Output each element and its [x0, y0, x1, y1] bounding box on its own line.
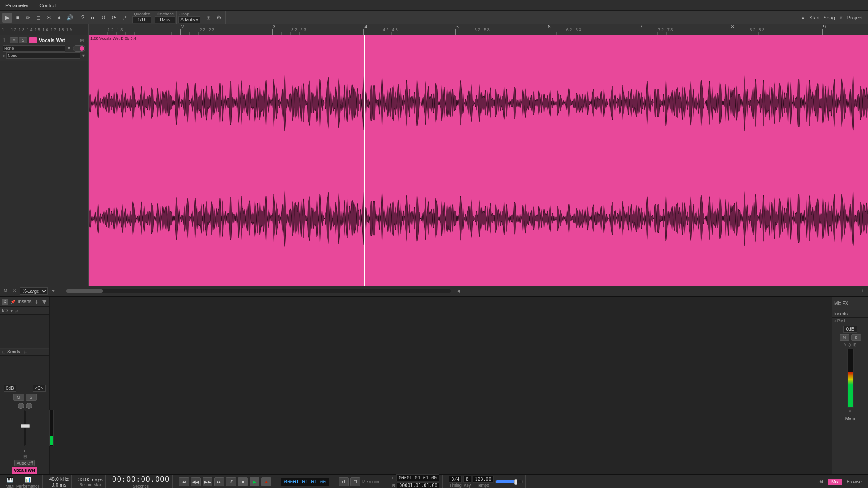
loop-btn[interactable]: ↺ [99, 13, 108, 23]
bottom-bar: 🎹 MIDI 📊 Performance 48.0 kHz 0.0 ms 33:… [0, 474, 868, 488]
zoom-select[interactable]: X-Large [20, 287, 48, 295]
right-bottom-arrows[interactable]: ▼ [849, 409, 852, 413]
select-tool-btn[interactable]: ▶ [2, 13, 12, 23]
tempo-value[interactable]: 128.00 [473, 476, 494, 483]
transport-record-btn[interactable]: ● [261, 477, 271, 486]
pencil-tool-btn[interactable]: ✏ [23, 13, 33, 23]
midi-icon[interactable]: 🎹 [5, 475, 14, 484]
channel-icon[interactable]: ⊞ [23, 454, 27, 459]
inserts-panel [0, 315, 49, 348]
zoom-plus-btn[interactable]: + [859, 287, 866, 295]
position-section: 00001.01.01.00 [278, 475, 332, 488]
scroll-left-btn[interactable]: ◀ [455, 287, 462, 295]
post-label: ○ Post [832, 318, 868, 324]
waveform-clip[interactable]: 1:28 Vocals Wet B 0b 3.4 [89, 35, 868, 286]
edit-tab[interactable]: Edit [812, 479, 827, 485]
snap-value[interactable]: Adaptive [178, 16, 200, 23]
sends-add-btn[interactable]: + [22, 349, 28, 355]
eraser-tool-btn[interactable]: ◻ [33, 13, 43, 23]
grid-tool-btn[interactable]: ⊞ [203, 13, 213, 23]
right-db-value[interactable]: 0dB [843, 326, 858, 333]
zoom-minus-btn[interactable]: − [850, 287, 857, 295]
tool-group-select: ▶ ■ ✏ ◻ ✂ ♦ 🔊 [1, 11, 76, 24]
tempo-tap-btn[interactable]: ⏱ [350, 477, 360, 486]
magnify-btn[interactable]: ⌕ [15, 308, 18, 313]
tracks-container: 1 M S Vocals Wet ⊞ None ▼ [0, 35, 868, 286]
sync-btn[interactable]: ⇄ [119, 13, 129, 23]
l-value[interactable]: 00001.01.01.00 [396, 474, 439, 481]
menu-parameter[interactable]: Parameter [4, 2, 30, 9]
range-tool-btn[interactable]: ■ [13, 13, 23, 23]
vm-down-btn[interactable]: ▼ [50, 287, 57, 295]
post-radio-icon[interactable]: ○ [834, 319, 836, 323]
fader-track[interactable] [24, 410, 26, 446]
transport-stop-btn[interactable]: ■ [238, 477, 248, 486]
key-value[interactable]: B [463, 476, 471, 483]
transport-rewind-btn[interactable]: ◀◀ [191, 477, 201, 486]
help-btn[interactable]: ? [78, 13, 88, 23]
jump-btn[interactable]: ⏭ [88, 13, 98, 23]
fader-db-value[interactable]: 0dB [4, 385, 16, 392]
vm-solo-btn[interactable]: S [11, 287, 18, 295]
timebase-label: Timebase [155, 12, 175, 16]
settings-btn[interactable]: ⚙ [214, 13, 224, 23]
ruler-marks: 1.21.322.22.333.23.344.24.355.25.366.26.… [89, 24, 868, 35]
ch-mute-btn[interactable]: M [13, 394, 24, 401]
transport-play-btn[interactable]: ▶ [250, 477, 259, 486]
track-mute-btn[interactable]: M [10, 37, 18, 43]
cycle-btn[interactable]: ⟳ [109, 13, 119, 23]
strip-close-btn[interactable]: ✕ [2, 299, 8, 305]
track-io-output[interactable]: None [6, 52, 80, 59]
browse-tab[interactable]: Browse [843, 479, 865, 485]
io-collapse-btn[interactable]: ▼ [9, 309, 14, 313]
up-arrow-btn[interactable]: ▲ [801, 15, 806, 20]
r-value[interactable]: 00001.01.01.00 [397, 482, 439, 488]
timebase-value[interactable]: Bars [155, 16, 175, 23]
vm-mute-btn[interactable]: M [2, 287, 9, 295]
waveform-area[interactable]: 1:28 Vocals Wet B 0b 3.4 [89, 35, 868, 286]
track-collapse-btn[interactable]: ⊞ [78, 37, 85, 43]
menu-control[interactable]: Control [38, 2, 57, 9]
auto-btn[interactable]: Auto: Off [14, 460, 35, 466]
project-label[interactable]: Project [847, 15, 863, 20]
right-icon-b[interactable]: ◇ [848, 343, 851, 347]
timing-label: Timing [449, 483, 462, 488]
right-mute-btn[interactable]: M [840, 334, 849, 341]
transport-cycle-btn[interactable]: ↺ [226, 477, 236, 486]
sample-rate-value: 48.0 kHz [49, 476, 69, 482]
split-tool-btn[interactable]: ✂ [44, 13, 54, 23]
track-solo-btn[interactable]: S [19, 37, 27, 43]
tempo-slider-knob[interactable] [514, 479, 517, 485]
r-label: R [392, 483, 396, 488]
start-label[interactable]: Start [809, 15, 820, 20]
time-sig-value[interactable]: 3/4 [449, 476, 462, 483]
position-display[interactable]: 00001.01.01.00 [281, 478, 329, 486]
quantize-value[interactable]: 1/16 [132, 16, 151, 23]
pan-knob2[interactable] [26, 403, 32, 409]
transport-ff-btn[interactable]: ▶▶ [203, 477, 212, 486]
inserts-add-btn[interactable]: + [33, 299, 39, 305]
track-toggle-btn[interactable] [73, 45, 85, 52]
track-io-input[interactable]: None [3, 45, 65, 52]
pan-knob[interactable] [18, 403, 24, 409]
loop-toggle-btn[interactable]: ↺ [339, 477, 349, 486]
ch-solo-btn[interactable]: S [26, 394, 37, 401]
strip-pin-btn[interactable]: 📌 [10, 299, 16, 305]
right-icon-c[interactable]: ⊞ [853, 343, 857, 347]
speaker-tool-btn[interactable]: 🔊 [65, 13, 75, 23]
inserts-more-btn[interactable]: ▼ [41, 299, 47, 305]
performance-icon[interactable]: 📊 [24, 475, 33, 484]
fader-knob[interactable] [21, 424, 30, 428]
right-icon-a[interactable]: A [844, 343, 846, 347]
song-label[interactable]: Song [823, 15, 835, 20]
mute-tool-btn[interactable]: ♦ [54, 13, 64, 23]
horizontal-scrollbar[interactable] [66, 289, 451, 293]
mix-tab[interactable]: Mix [828, 479, 842, 485]
pan-center-value[interactable]: <C> [33, 385, 46, 392]
transport-to-end-btn[interactable]: ⏭ [214, 477, 224, 486]
transport-to-start-btn[interactable]: ⏮ [179, 477, 189, 486]
tempo-slider[interactable] [495, 480, 523, 483]
track-header-1: 1 M S Vocals Wet ⊞ None ▼ [0, 35, 88, 61]
channel-name-strip[interactable]: Vocals Wet [12, 467, 37, 474]
right-solo-btn[interactable]: S [851, 334, 861, 341]
